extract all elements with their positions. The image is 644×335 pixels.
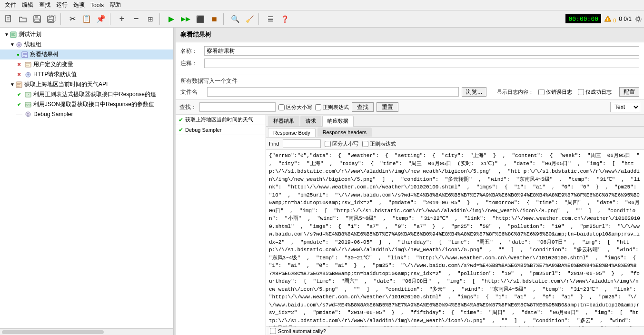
menu-edit[interactable]: 编辑 — [19, 0, 36, 10]
scroll-auto-row: Scroll automatically? — [266, 326, 644, 335]
svg-rect-5 — [35, 19, 40, 21]
tab-response-data[interactable]: 响应数据 — [322, 116, 354, 127]
tree-toggle-plan[interactable]: ▼ — [4, 32, 10, 37]
ok-icon-api: ✔ — [178, 117, 183, 123]
menubar: 文件 编辑 查找 运行 选项 Tools 帮助 — [0, 0, 644, 10]
result-item-debug[interactable]: ✔ Debug Sampler — [176, 125, 266, 135]
help-button[interactable]: ❓ — [278, 12, 291, 26]
regex-check[interactable] — [315, 104, 321, 110]
error-log-check[interactable] — [538, 89, 545, 95]
start-no-pause-button[interactable]: ▶▶ — [179, 12, 192, 26]
start-button[interactable]: ▶ — [165, 12, 178, 26]
scroll-auto-checkbox[interactable] — [270, 328, 276, 334]
success-log-checkbox[interactable]: 仅成功日志 — [578, 89, 612, 96]
search-input[interactable] — [199, 102, 276, 112]
menu-options[interactable]: 选项 — [70, 0, 88, 10]
tree-item-debug[interactable]: — D Debug Sampler — [0, 109, 173, 119]
browse-button[interactable]: 浏览... — [462, 87, 486, 97]
add-button[interactable]: + — [115, 12, 129, 26]
find-button[interactable]: 查找 — [352, 102, 374, 112]
result-item-api[interactable]: ✔ 获取上海地区当前时间的天气 — [176, 115, 266, 125]
tree-item-plan[interactable]: ▼ 测试计划 — [0, 30, 173, 39]
svg-text:D: D — [27, 112, 30, 117]
result-item-debug-label: Debug Sampler — [185, 127, 221, 133]
left-panel: ▼ 测试计划 ▼ 线程组 ● — [0, 28, 174, 335]
menu-find[interactable]: 查找 — [36, 0, 53, 10]
regex-checkbox[interactable]: 正则表达式 — [315, 104, 349, 111]
case-sensitive-label: 区分大小写 — [286, 104, 312, 111]
search-label: 查找： — [179, 103, 197, 111]
scroll-auto-label: Scroll automatically? — [278, 328, 326, 334]
plan-icon — [10, 31, 17, 39]
tab-sampler-result[interactable]: 样器结果 — [268, 116, 299, 126]
paste-button[interactable]: 📌 — [94, 12, 108, 26]
response-content[interactable]: {"errNo":"0","data": { "weather": { "set… — [266, 150, 644, 326]
var-icon — [24, 61, 32, 69]
case-sensitive-check[interactable] — [278, 104, 285, 110]
resp-regex-checkbox[interactable]: 正则表达式 — [362, 140, 396, 148]
tree-item-thread[interactable]: ▼ 线程组 — [0, 39, 173, 49]
tree-item-ex1[interactable]: ✔ .* 利用正则表达式提取器获取接口中Response的追 — [0, 89, 173, 99]
tab-response-headers[interactable]: Response headers — [317, 128, 372, 137]
regex-label: 正则表达式 — [323, 104, 349, 111]
resp-case-label: 区分大小写 — [332, 140, 358, 148]
debug-dash-icon: — — [15, 110, 23, 118]
thread-label: 线程组 — [24, 40, 41, 49]
svg-rect-4 — [35, 16, 38, 18]
resp-case-check[interactable] — [325, 141, 331, 147]
list-button[interactable]: ☰ — [264, 12, 277, 26]
resp-regex-check[interactable] — [362, 141, 368, 147]
case-sensitive-checkbox[interactable]: 区分大小写 — [278, 104, 312, 111]
expand-button[interactable]: ⊞ — [144, 12, 157, 26]
clear-button[interactable]: 🧹 — [243, 12, 256, 26]
comment-input[interactable] — [204, 59, 639, 68]
sep5 — [258, 13, 261, 25]
test-plan-tree: ▼ 测试计划 ▼ 线程组 ● — [0, 28, 173, 328]
name-row: 名称： — [180, 46, 639, 56]
content-right: 样器结果 请求 响应数据 Response Body Response head… — [266, 115, 644, 335]
copy-button[interactable]: 📋 — [80, 12, 93, 26]
tree-toggle-api[interactable]: ▼ — [10, 82, 15, 87]
sep1 — [60, 13, 63, 25]
sep4 — [223, 13, 226, 25]
reset-button[interactable]: 重置 — [376, 102, 398, 112]
stop-button[interactable]: ⬛ — [193, 12, 207, 26]
shutdown-button[interactable]: ⏹ — [208, 12, 221, 26]
file-row: 文件名 浏览... 显示日志内容： 仅错误日志 仅成功日志 配置 — [180, 87, 639, 97]
ex1-type-icon: .* — [24, 91, 32, 99]
tab-response-body[interactable]: Response Body — [268, 128, 316, 137]
menu-tools[interactable]: Tools — [88, 1, 107, 10]
tree-item-var[interactable]: ✖ 用户定义的变量 — [0, 59, 173, 69]
cut-button[interactable]: ✂ — [66, 12, 79, 26]
tab-request[interactable]: 请求 — [300, 116, 321, 126]
left-panel-scrollbar[interactable] — [0, 328, 173, 335]
left-scrollbar-thumb[interactable] — [2, 330, 104, 334]
remove-button[interactable]: − — [129, 12, 143, 26]
thread-icon — [15, 41, 23, 49]
open-button[interactable] — [16, 12, 30, 26]
response-find-input[interactable] — [283, 139, 321, 148]
menu-file[interactable]: 文件 — [2, 0, 19, 10]
text-type-dropdown[interactable]: Text CSS XPath JSON — [610, 102, 640, 112]
tree-item-req[interactable]: ✖ HTTP请求默认值 — [0, 69, 173, 79]
tree-toggle-result[interactable]: ● — [15, 52, 21, 57]
name-input[interactable] — [204, 46, 639, 56]
tree-toggle-thread[interactable]: ▼ — [10, 42, 15, 47]
tree-item-ex2[interactable]: ✔ JSON 利用JSON提取器获取接口中Response的参数值 — [0, 99, 173, 109]
save-button[interactable] — [30, 12, 44, 26]
new-button[interactable] — [2, 12, 15, 26]
error-log-checkbox[interactable]: 仅错误日志 — [538, 89, 572, 96]
tree-item-api[interactable]: ▼ 获取上海地区当前时间的天气API — [0, 79, 173, 89]
debug-icon: D — [24, 110, 32, 118]
config-button[interactable]: 配置 — [619, 87, 639, 97]
save-all-button[interactable] — [45, 12, 58, 26]
file-input[interactable] — [207, 87, 459, 97]
file-section-title: 所有数据写入一个文件 — [180, 77, 639, 85]
menu-run[interactable]: 运行 — [53, 0, 70, 10]
search-button[interactable]: 🔍 — [228, 12, 242, 26]
right-panel: 察看结果树 名称： 注释： 所有数据写入一个文件 文件名 浏览... 显示日志内… — [176, 28, 644, 335]
tree-item-result[interactable]: ● 察看结果树 — [0, 49, 173, 59]
menu-help[interactable]: 帮助 — [107, 0, 124, 10]
resp-case-checkbox[interactable]: 区分大小写 — [325, 140, 358, 148]
success-log-check[interactable] — [578, 89, 584, 95]
